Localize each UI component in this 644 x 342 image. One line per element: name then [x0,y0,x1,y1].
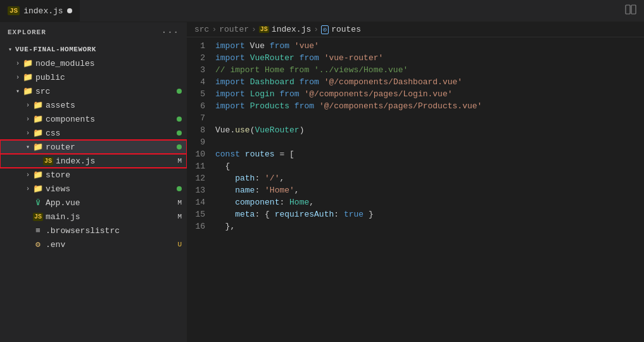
chevron-right-icon: › [23,170,33,180]
code-line-1: 1import Vue from 'vue' [187,40,644,52]
folder-icon: 📁 [33,142,43,152]
token: import [215,89,245,99]
sidebar-item-browserslistrc[interactable]: › ≡ .browserslistrc [0,224,187,238]
sidebar-item-router[interactable]: ▾ 📁 router [0,140,187,154]
breadcrumb-symbol[interactable]: routes [331,25,361,34]
token: , [279,174,284,183]
sidebar-item-app-vue[interactable]: › V̈ App.vue M [0,196,187,210]
breadcrumb-js-icon: JS [259,26,269,33]
sidebar-item-views[interactable]: › 📁 views [0,182,187,196]
code-line-10: 10const routes = [ [187,148,644,160]
line-number: 14 [187,196,215,208]
code-line-6: 6import Products from '@/components/page… [187,100,644,112]
line-number: 10 [187,148,215,160]
folder-icon: 📁 [33,128,43,138]
folder-icon: 📁 [33,184,43,194]
token [294,53,300,63]
code-line-8: 8Vue.use(VueRouter) [187,124,644,136]
line-content: Vue.use(VueRouter) [215,124,644,136]
token [245,77,250,87]
sidebar-item-components[interactable]: › 📁 components [0,112,187,126]
token [289,41,294,51]
line-content: import Login from '@/components/pages/Lo… [215,88,644,100]
sidebar-label-env: .env [46,240,65,250]
sidebar-label-router-index: index.js [56,156,95,166]
token: } [363,210,374,219]
token: VueRouter [255,125,299,135]
sidebar-item-assets[interactable]: › 📁 assets [0,98,187,112]
chevron-right-icon: › [13,58,23,68]
sidebar-item-src[interactable]: ▾ 📁 src [0,84,187,98]
sidebar-item-css[interactable]: › 📁 css [0,126,187,140]
line-content: }, [215,220,644,232]
sidebar-label-app-vue: App.vue [46,198,80,208]
sidebar-label-views: views [46,184,70,194]
sidebar-item-main-js[interactable]: › JS main.js M [0,210,187,224]
line-number: 9 [187,136,215,148]
modified-dot [177,89,182,94]
token: const [215,149,240,159]
sidebar-item-node-modules[interactable]: › 📁 node_modules [0,56,187,70]
line-number: 3 [187,64,215,76]
token: true [344,210,363,219]
token: from [279,89,299,99]
tab-index-js[interactable]: JS index.js [0,0,80,22]
code-line-13: 13 name: 'Home', [187,184,644,196]
editor: src › router › JS index.js › ⊙ routes 1i… [187,22,644,342]
sidebar-actions[interactable]: ··· [161,27,179,37]
token: 'vue-router' [324,53,384,63]
breadcrumb-router[interactable]: router [219,25,249,34]
token [215,186,235,195]
token [215,174,235,183]
line-number: 6 [187,100,215,112]
token: from [300,53,319,63]
breadcrumb-sep-2: › [251,25,256,34]
chevron-down-icon: ▾ [23,142,33,152]
token: ) [300,125,305,135]
sidebar-item-store[interactable]: › 📁 store [0,168,187,182]
token: : [279,198,289,207]
token: , [309,198,314,207]
code-editor[interactable]: 1import Vue from 'vue'2import VueRouter … [187,37,644,342]
token: Products [250,101,289,111]
line-number: 4 [187,76,215,88]
modified-dot [177,117,182,122]
line-number: 15 [187,208,215,220]
token: import [215,101,245,111]
line-content: component: Home, [215,196,644,208]
token [314,101,319,111]
vue-file-icon: V̈ [33,199,43,207]
line-number: 1 [187,40,215,52]
unsaved-dot [67,8,72,13]
folder-icon: 📁 [33,100,43,110]
code-line-9: 9 [187,136,644,148]
breadcrumb-file[interactable]: index.js [272,25,311,34]
token [245,53,250,63]
sidebar-label-src: src [35,87,50,96]
more-icon[interactable]: ··· [161,27,179,37]
sidebar-item-router-index[interactable]: › JS index.js M [0,154,187,168]
sidebar-label-main-js: main.js [46,212,80,222]
code-line-11: 11 { [187,160,644,172]
code-line-14: 14 component: Home, [187,196,644,208]
code-line-15: 15 meta: { requiresAuth: true } [187,208,644,220]
code-line-5: 5import Login from '@/components/pages/L… [187,88,644,100]
sidebar-item-public[interactable]: › 📁 public [0,70,187,84]
gear-icon: ⚙ [33,239,43,250]
line-number: 12 [187,172,215,184]
sidebar-item-env[interactable]: › ⚙ .env U [0,238,187,251]
token: import [215,41,245,51]
project-root[interactable]: ▾ VUE-FINAL-HOMEWORK [0,42,187,56]
token [240,149,245,159]
split-editor-button[interactable] [617,4,644,18]
token: '/' [265,174,279,183]
line-content: const routes = [ [215,148,644,160]
modified-dot [177,186,182,191]
folder-icon: 📁 [33,170,43,180]
chevron-down-icon: ▾ [13,86,23,96]
folder-icon: 📁 [33,114,43,124]
breadcrumb: src › router › JS index.js › ⊙ routes [187,22,644,37]
token: Home [289,198,309,207]
js-file-icon: JS [43,157,53,165]
token: component [235,198,279,207]
